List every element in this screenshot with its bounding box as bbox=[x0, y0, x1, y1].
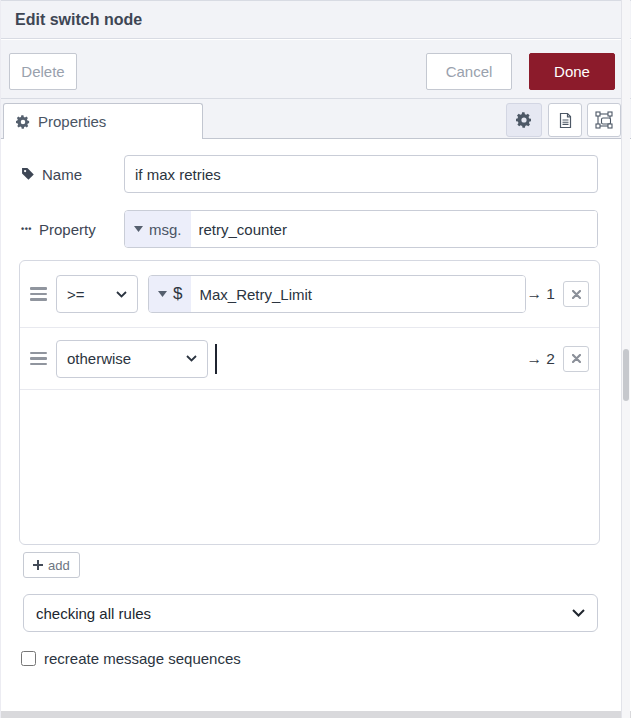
name-input[interactable] bbox=[124, 155, 598, 193]
recreate-sequences-label: recreate message sequences bbox=[44, 650, 241, 667]
tag-icon bbox=[21, 167, 35, 181]
selection-handles-icon bbox=[595, 111, 613, 129]
tab-properties-label: Properties bbox=[38, 113, 106, 130]
rules-list: >= $ → 1 otherwise bbox=[19, 260, 600, 545]
rule-1-remove-button[interactable] bbox=[563, 281, 589, 307]
tab-properties[interactable]: Properties bbox=[3, 103, 203, 139]
vertical-scrollbar[interactable] bbox=[621, 0, 630, 718]
dialog-title: Edit switch node bbox=[15, 11, 142, 29]
gear-icon bbox=[516, 112, 532, 128]
plus-icon bbox=[33, 560, 43, 570]
done-button[interactable]: Done bbox=[529, 53, 615, 90]
recreate-sequences-checkbox[interactable] bbox=[21, 651, 36, 666]
window-bottom-edge bbox=[1, 711, 631, 718]
rule-2-output-label: → 2 bbox=[527, 350, 555, 368]
description-view-button[interactable] bbox=[548, 103, 582, 137]
chevron-down-icon bbox=[572, 609, 585, 617]
chevron-down-icon bbox=[116, 291, 127, 298]
expression-type-icon: $ bbox=[173, 284, 182, 304]
gear-icon bbox=[16, 115, 30, 129]
rule-row-2: otherwise → 2 bbox=[20, 328, 599, 390]
chevron-down-icon bbox=[186, 355, 197, 362]
property-typed-input: msg. bbox=[124, 210, 598, 248]
properties-view-button[interactable] bbox=[506, 103, 542, 137]
rule-2-remove-button[interactable] bbox=[563, 346, 589, 372]
appearance-view-button[interactable] bbox=[587, 103, 621, 137]
rule-1-operator-select[interactable]: >= bbox=[56, 275, 138, 313]
property-type-button[interactable]: msg. bbox=[125, 211, 191, 247]
rule-1-value-type-button[interactable]: $ bbox=[149, 276, 191, 312]
rule-row-1: >= $ → 1 bbox=[20, 261, 599, 328]
rule-1-value-input[interactable] bbox=[191, 276, 525, 312]
close-icon bbox=[572, 354, 581, 363]
property-field-row: ••• Property msg. bbox=[21, 210, 598, 248]
property-label: ••• Property bbox=[21, 221, 124, 238]
recreate-sequences-row: recreate message sequences bbox=[21, 650, 241, 667]
name-label: Name bbox=[21, 166, 124, 183]
dialog-header: Edit switch node bbox=[1, 0, 631, 39]
dialog-button-bar: Delete Cancel Done bbox=[1, 40, 631, 99]
document-icon bbox=[558, 112, 573, 129]
rule-1-typed-input: $ bbox=[148, 275, 526, 313]
drag-handle-icon[interactable] bbox=[30, 352, 47, 366]
rule-2-operator-select[interactable]: otherwise bbox=[56, 340, 208, 378]
rule-1-output-label: → 1 bbox=[527, 285, 555, 303]
ellipsis-icon: ••• bbox=[21, 225, 32, 234]
check-mode-select[interactable]: checking all rules bbox=[23, 594, 598, 632]
name-field-row: Name bbox=[21, 155, 598, 193]
cancel-button[interactable]: Cancel bbox=[426, 53, 512, 90]
add-rule-button[interactable]: add bbox=[23, 552, 80, 578]
editor-tab-strip: Properties bbox=[1, 99, 631, 139]
delete-button[interactable]: Delete bbox=[9, 53, 77, 90]
property-value-input[interactable] bbox=[191, 211, 597, 247]
close-icon bbox=[572, 290, 581, 299]
text-cursor bbox=[215, 344, 217, 374]
drag-handle-icon[interactable] bbox=[30, 287, 47, 301]
scrollbar-thumb[interactable] bbox=[623, 349, 629, 401]
caret-down-icon bbox=[158, 291, 167, 297]
caret-down-icon bbox=[134, 226, 143, 232]
